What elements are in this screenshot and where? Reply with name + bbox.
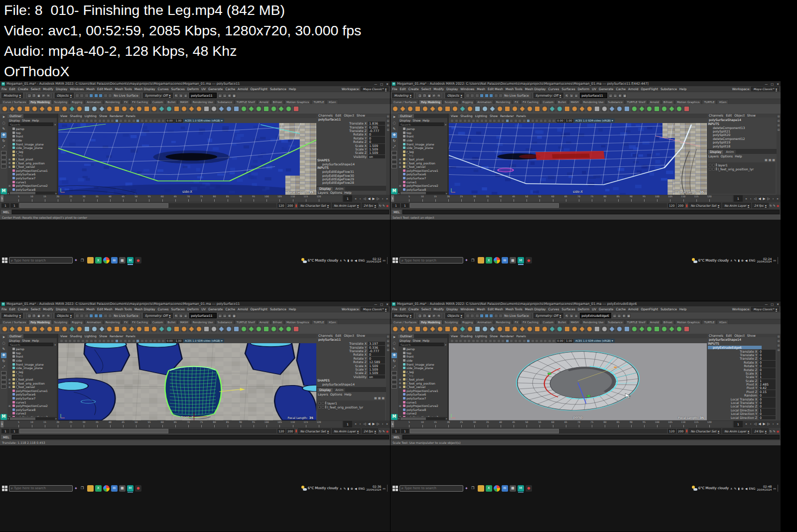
step-forward-frame-button[interactable]: › [771, 197, 775, 201]
start-button[interactable] [392, 258, 398, 264]
step-back-key-button[interactable]: ◁ [363, 422, 367, 426]
new-layer-icon[interactable]: ▦ [769, 158, 772, 162]
field-chart-icon[interactable] [489, 119, 492, 123]
channel-node-deletecomponent12[interactable]: deleteComponent12 [708, 137, 776, 140]
shelf-tab-animation[interactable]: Animation [85, 320, 103, 324]
weather-widget[interactable]: 6°C Mostly cloudy [301, 258, 338, 263]
outliner-menu-display[interactable]: Display [399, 339, 410, 342]
three-point-arc-icon[interactable] [233, 106, 240, 112]
shelf-tab-custom[interactable]: Custom [541, 100, 555, 104]
outliner-item-l-leg[interactable]: l_leg [7, 374, 57, 378]
selection-mask-selector[interactable]: Objects▾ [55, 93, 74, 98]
menu-arnold[interactable]: Arnold [628, 307, 638, 311]
no-live-surface-indicator[interactable]: No Live Surface [504, 94, 529, 97]
mail-icon[interactable]: ✉ [502, 257, 508, 264]
viewport-menu-view[interactable]: View [451, 114, 458, 118]
calculator-icon[interactable]: ▦ [510, 257, 516, 264]
mel-label[interactable]: MEL [392, 210, 401, 214]
attr-value[interactable]: 0 [368, 353, 385, 356]
mel-command-input[interactable] [12, 435, 389, 439]
shelf-tab-substance[interactable]: Substance [606, 320, 625, 324]
outliner-item-r-leg[interactable]: r_leg [7, 370, 57, 374]
menu-set-selector[interactable]: Modeling▾ [392, 93, 413, 98]
split-lr-layout[interactable] [1, 380, 6, 384]
taskbar-clock[interactable]: 02:12 20/04/2024 [366, 258, 381, 264]
shelf-tab-rendering-use[interactable]: Rendering Use [191, 100, 215, 104]
mirror-icon[interactable] [549, 106, 555, 112]
channel-box-toggle-icon[interactable]: ▤ [778, 335, 780, 338]
shelf-tab-rigging[interactable]: Rigging [460, 100, 475, 104]
attr-value[interactable]: on [368, 155, 385, 158]
go-to-start-button[interactable]: « [354, 422, 358, 426]
channel-menu-edit[interactable]: Edit [726, 114, 732, 117]
sculpt-brush-icon[interactable] [579, 106, 585, 112]
symmetry-selector[interactable]: Symmetry: Off▾ [533, 93, 563, 98]
shadows-icon[interactable] [531, 339, 534, 343]
step-back-frame-button[interactable]: ‹ [358, 422, 362, 426]
shaded-icon[interactable] [506, 339, 509, 343]
bookmarks-icon[interactable] [73, 339, 76, 343]
calculator-icon[interactable]: ▦ [119, 257, 126, 264]
outliner-menu-show[interactable]: Show [412, 119, 420, 122]
menu-surfaces[interactable]: Surfaces [171, 307, 184, 311]
film-gate-icon[interactable] [476, 339, 479, 343]
mail-icon[interactable]: ✉ [111, 485, 118, 492]
outliner-tab[interactable]: Outliner [398, 334, 414, 338]
poly-sphere-icon[interactable] [1, 106, 8, 112]
isolate-select-icon[interactable] [552, 339, 555, 343]
menu-uv[interactable]: UV [592, 87, 596, 91]
outliner-item-l-foot-pivot[interactable]: ⊞l_foot_pivot [398, 157, 447, 161]
menu-set-selector[interactable]: Modeling▾ [1, 313, 23, 318]
camera-attributes-icon[interactable] [68, 339, 72, 343]
cluster-icon[interactable] [256, 326, 262, 332]
multi-cut-icon[interactable] [474, 326, 481, 332]
channel-node-polyeditedgeflow29[interactable]: polyEditEdgeFlow29 [317, 177, 385, 181]
attr-value[interactable]: 0 [759, 398, 776, 401]
attr-value[interactable]: 0 [759, 357, 776, 360]
layer-row-l-feet-orig-position-lyr[interactable]: l_feet_orig_position_lyr [708, 167, 776, 171]
wrap-deformer-icon[interactable] [639, 106, 645, 112]
poly-cube-icon[interactable] [9, 106, 15, 112]
relax-brush-icon[interactable] [196, 106, 202, 112]
menu-curves[interactable]: Curves [548, 87, 559, 91]
poly-disc-icon[interactable] [46, 106, 53, 112]
snap-to-curve-icon[interactable] [470, 314, 474, 318]
attribute-editor-toggle-icon[interactable]: ▤ [387, 119, 390, 122]
shelf-tab-arnold[interactable]: Arnold [648, 100, 661, 104]
outliner-item-curve1[interactable]: curve1 [398, 180, 447, 184]
shelf-tab-substance[interactable]: Substance [216, 320, 234, 324]
menu-select[interactable]: Select [31, 87, 40, 91]
construction-history-icon[interactable]: ⌂ [574, 94, 578, 98]
shaded-icon[interactable] [115, 339, 119, 343]
boolean-union-icon[interactable] [129, 106, 135, 112]
outliner-item-side-image-plane[interactable]: side_image_plane [398, 146, 447, 150]
save-scene-icon[interactable]: ▣ [37, 94, 41, 98]
gamma-field[interactable]: 1.00 [565, 119, 573, 123]
range-slider[interactable] [19, 429, 276, 433]
channel-box-toggle-icon[interactable]: ▤ [387, 115, 390, 118]
viewport-menu-renderer[interactable]: Renderer [500, 114, 514, 118]
notification-icon[interactable]: ▭ [773, 487, 776, 490]
image-plane-icon[interactable] [77, 339, 80, 343]
range-end-field[interactable]: 200 [286, 203, 294, 208]
isolate-select-icon[interactable] [161, 119, 165, 123]
attr-value[interactable]: 1.509 [368, 147, 385, 151]
animation-preferences-icon[interactable]: ✎ [383, 204, 385, 207]
new-layer-selected-icon[interactable]: ▦ [382, 396, 385, 400]
outliner-item-side-image-plane[interactable]: side_image_plane [7, 366, 57, 370]
channel-menu-show[interactable]: Show [357, 334, 365, 337]
snap-to-point-icon[interactable] [475, 94, 479, 98]
shelf-tab-poly-modeling[interactable]: Poly Modeling [419, 100, 442, 104]
workspace-selector[interactable]: Maya Classic*▾ [751, 87, 779, 91]
attr-value[interactable]: 0.336 [368, 346, 385, 349]
delete-history-icon[interactable] [285, 326, 292, 332]
bridge-icon[interactable] [143, 106, 150, 112]
four-pane-layout[interactable] [392, 376, 397, 380]
lattice-icon[interactable] [631, 326, 638, 332]
shelf-tab-turtle[interactable]: TURTLE [311, 100, 326, 104]
menu-deform[interactable]: Deform [578, 307, 589, 311]
ipr-render-icon[interactable]: ▭ [223, 314, 227, 318]
layer-menu-options[interactable]: Options [330, 191, 342, 194]
expand-icon[interactable]: ⊞ [8, 404, 11, 407]
cluster-icon[interactable] [256, 106, 262, 112]
